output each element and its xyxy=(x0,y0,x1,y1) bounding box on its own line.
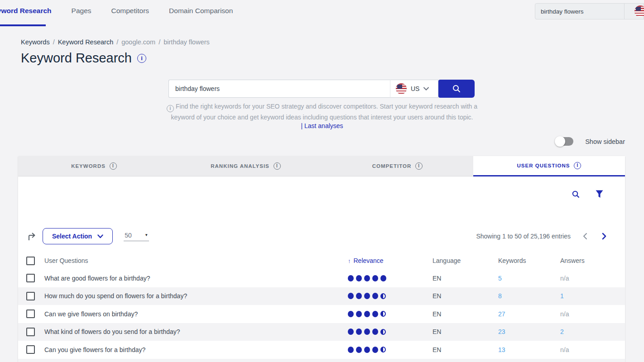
hint-info-icon: i xyxy=(167,105,174,112)
tab-keywords[interactable]: Keywords i xyxy=(18,156,170,176)
relevance-dot xyxy=(348,329,354,335)
relevance-dot xyxy=(372,293,378,299)
keywords-count-link[interactable]: 27 xyxy=(498,310,560,318)
breadcrumb: Keywords / Keyword Research / google.com… xyxy=(21,38,210,46)
tab-label: User Questions xyxy=(517,163,570,168)
language-value: EN xyxy=(433,292,498,300)
relevance-dot xyxy=(348,293,354,299)
relevance-dot xyxy=(380,347,386,352)
answers-value: n/a xyxy=(560,346,625,353)
row-checkbox[interactable] xyxy=(26,292,35,300)
relevance-dot xyxy=(364,275,370,281)
top-country-selector[interactable] xyxy=(625,5,644,17)
nav-item-domain-comparison[interactable]: Domain Comparison xyxy=(169,7,233,15)
keywords-count-link[interactable]: 13 xyxy=(498,346,560,353)
title-info-icon[interactable]: i xyxy=(137,54,146,63)
country-code-label: US xyxy=(411,85,419,92)
table-row: Can we give flowers on birthday? EN 27 n… xyxy=(18,305,625,323)
relevance-dot xyxy=(356,293,362,299)
pagination-prev-icon[interactable] xyxy=(582,233,587,240)
tab-info-icon[interactable]: i xyxy=(574,162,581,169)
answers-count-link[interactable]: 2 xyxy=(560,328,625,335)
question-text: How much do you spend on flowers for a b… xyxy=(44,292,348,300)
select-action-label: Select Action xyxy=(52,233,92,240)
relevance-dot xyxy=(372,311,378,317)
relevance-dot xyxy=(372,347,378,353)
keyword-search-bar: US xyxy=(168,80,475,98)
relevance-dot xyxy=(380,329,386,335)
row-checkbox[interactable] xyxy=(26,274,35,282)
answers-count-link[interactable]: 1 xyxy=(560,292,625,300)
row-checkbox[interactable] xyxy=(26,310,35,318)
relevance-dots xyxy=(348,311,433,317)
pagination-next-icon[interactable] xyxy=(602,233,607,240)
select-all-checkbox[interactable] xyxy=(26,257,35,265)
tab-label: Ranking Analysis xyxy=(211,163,269,169)
relevance-dot xyxy=(356,275,362,281)
nav-item-competitors[interactable]: Competitors xyxy=(111,7,149,15)
us-flag-icon xyxy=(634,5,644,17)
filter-icon[interactable] xyxy=(596,190,603,199)
toggle-knob xyxy=(555,136,565,147)
show-sidebar-toggle[interactable] xyxy=(555,137,573,146)
breadcrumb-keyword-research[interactable]: Keyword Research xyxy=(58,38,114,46)
search-button[interactable] xyxy=(438,80,475,98)
table-row: What are good flowers for a birthday? EN… xyxy=(18,269,625,287)
question-text: What kind of flowers do you send for a b… xyxy=(44,328,348,335)
tab-ranking-analysis[interactable]: Ranking Analysis i xyxy=(170,156,322,176)
top-search-box xyxy=(535,3,644,19)
search-hint-text: Find the right keywords for your SEO str… xyxy=(171,103,478,121)
nav-item-keyword-research[interactable]: Keyword Research xyxy=(0,7,52,15)
breadcrumb-keywords[interactable]: Keywords xyxy=(21,38,50,46)
keywords-count-link[interactable]: 5 xyxy=(498,275,560,282)
page-size-select[interactable]: 50 ▼ xyxy=(124,232,149,241)
table-action-row: Select Action 50 ▼ Showing 1 to 50 of 25… xyxy=(18,228,625,244)
column-header-answers[interactable]: Answers xyxy=(560,257,625,264)
search-icon xyxy=(452,84,461,93)
tab-info-icon[interactable]: i xyxy=(415,162,423,170)
language-value: EN xyxy=(433,346,498,353)
relevance-dot xyxy=(364,311,370,317)
relevance-dots xyxy=(348,275,433,281)
column-header-keywords[interactable]: Keywords xyxy=(498,257,560,264)
breadcrumb-birthday-flowers: birthday flowers xyxy=(163,38,210,46)
language-value: EN xyxy=(433,310,498,318)
table-tools xyxy=(18,190,625,199)
last-analyses-link[interactable]: | Last analyses xyxy=(301,122,343,129)
answers-value: n/a xyxy=(560,275,625,282)
results-card: Keywords i Ranking Analysis i Competitor… xyxy=(18,156,625,362)
breadcrumb-separator: / xyxy=(53,38,55,46)
language-value: EN xyxy=(433,275,498,282)
tab-info-icon[interactable]: i xyxy=(110,162,117,170)
tab-user-questions[interactable]: User Questions i xyxy=(473,156,625,176)
caret-down-icon: ▼ xyxy=(144,233,148,237)
relevance-dot xyxy=(356,329,362,335)
tab-competitor[interactable]: Competitor i xyxy=(322,156,473,176)
keywords-count-link[interactable]: 23 xyxy=(498,328,560,335)
top-search-input[interactable] xyxy=(535,8,624,15)
export-icon[interactable] xyxy=(27,232,37,241)
column-header-user-questions[interactable]: User Questions xyxy=(44,257,348,264)
breadcrumb-google-com[interactable]: google.com xyxy=(121,38,155,46)
country-dropdown[interactable]: US xyxy=(390,80,438,98)
row-checkbox[interactable] xyxy=(26,345,35,354)
keyword-input[interactable] xyxy=(168,80,390,98)
page-size-value: 50 xyxy=(125,232,132,239)
nav-item-pages[interactable]: Pages xyxy=(72,7,91,15)
relevance-dot xyxy=(356,347,362,353)
column-header-language[interactable]: Language xyxy=(433,257,498,264)
tab-info-icon[interactable]: i xyxy=(274,162,281,170)
us-flag-icon xyxy=(396,83,407,94)
question-text: Can you give flowers for a birthday? xyxy=(44,346,348,353)
relevance-dot xyxy=(364,347,370,353)
relevance-dot xyxy=(372,329,378,335)
relevance-dot xyxy=(364,293,370,299)
column-header-relevance[interactable]: ↑Relevance xyxy=(348,257,433,264)
table-search-icon[interactable] xyxy=(572,190,580,199)
select-action-button[interactable]: Select Action xyxy=(43,228,113,244)
row-checkbox[interactable] xyxy=(26,328,35,336)
keywords-count-link[interactable]: 8 xyxy=(498,292,560,300)
table-row: What kind of flowers do you send for a b… xyxy=(18,323,625,341)
relevance-dots xyxy=(348,293,433,299)
relevance-dots xyxy=(348,329,433,335)
